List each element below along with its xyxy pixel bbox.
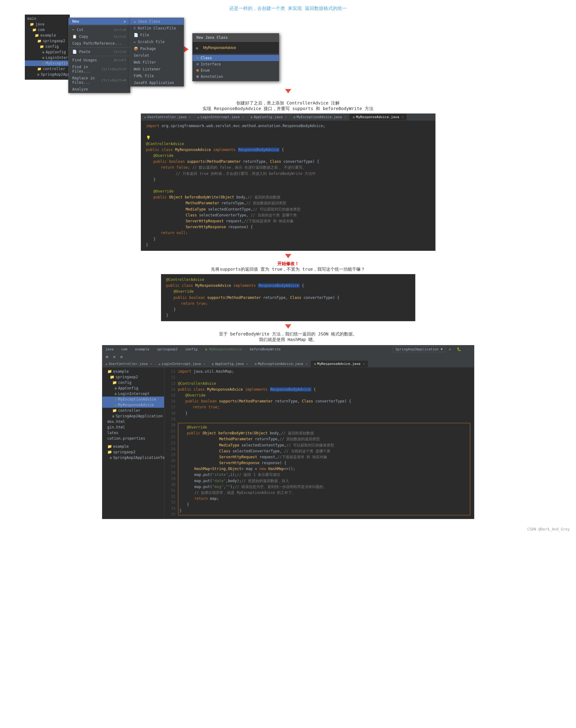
tab-close-icon[interactable]: × (242, 115, 244, 119)
sidebar-springapp-te[interactable]: ◉SpringAop2ApplicationTe (103, 455, 164, 460)
submenu-kotlinclass[interactable]: K Kotlin Class/File (130, 25, 183, 32)
submenu-javafx[interactable]: JavaFX Application (130, 80, 183, 86)
folder-icon: 📁 (107, 450, 112, 454)
submenu-new[interactable]: ☕ Java Class K Kotlin Class/File 📄 File … (129, 18, 184, 87)
sidebar-example[interactable]: 📁example (103, 369, 164, 374)
tab-myexception[interactable]: ◉ MyExceptionAdvice.java × (290, 114, 350, 120)
context-menu-findusages[interactable]: Find UsagesAlt+F7 (68, 57, 130, 64)
structure-btn[interactable]: ⊞ (105, 354, 110, 360)
sidebar-lates[interactable]: lates (103, 430, 164, 436)
code-line: public class MyResponseAdvice implements… (146, 147, 430, 153)
tab-close[interactable]: × (150, 362, 152, 366)
tab-appconfig[interactable]: ◉ AppConfig.java × (248, 114, 290, 120)
tab2-myresponse[interactable]: ◉ MyResponseAdvice.java × (311, 361, 368, 367)
context-menu-findinfiles[interactable]: Find in Files...Ctrl+Shift+F (68, 64, 130, 75)
submenu-servlet[interactable]: Servlet (130, 52, 183, 59)
debug-button[interactable]: 🐛 (455, 346, 463, 352)
option-interface[interactable]: Interface (193, 61, 279, 67)
run-button[interactable]: ▶ (447, 346, 453, 352)
format-btn[interactable]: ≡ (112, 354, 117, 360)
tab-close[interactable]: × (203, 362, 205, 366)
submenu-javaclass[interactable]: ☕ Java Class (130, 18, 183, 25)
tree-java[interactable]: 📁 java (25, 21, 70, 27)
tab-close[interactable]: × (306, 362, 307, 366)
context-menu-copypath[interactable]: Copy Path/Reference... (68, 40, 130, 47)
tree-config[interactable]: 📁 config (25, 44, 70, 49)
tab-usercontroller[interactable]: ☕ UserController.java × (141, 114, 195, 120)
annotation-line1: 创建好了之后，类上添加 ControllerAdvice 注解 (0, 100, 576, 106)
tab-close[interactable]: × (363, 362, 365, 366)
sidebar-gin[interactable]: gin.html (103, 424, 164, 430)
annotation: @ControllerAdvice (146, 142, 184, 146)
sidebar-dex[interactable]: dex.html (103, 419, 164, 424)
context-menu-paste[interactable]: 📄 PasteCtrl+V (68, 49, 130, 55)
tab-close[interactable]: × (246, 362, 248, 366)
context-menu-new[interactable]: New ▶ (68, 18, 130, 25)
tab-loginintercept[interactable]: ☕ LoginIntercept.java × (194, 114, 248, 120)
sidebar-springapp[interactable]: ◉SpringAop2Application (103, 413, 164, 419)
tree-controller[interactable]: 📁 controller (25, 66, 70, 72)
tree-springaop2[interactable]: 📁 springaop2 (25, 38, 70, 44)
submenu-arrow: ▶ (124, 19, 126, 24)
tab2-loginintercept[interactable]: ☕ LoginIntercept.java × (155, 361, 209, 367)
sidebar-loginintercept[interactable]: ◉LoginIntercept (103, 391, 164, 397)
tree-springapp[interactable]: ◉ SpringAop2Applica (25, 72, 70, 77)
sidebar-springaop2[interactable]: 📁springaop2 (103, 374, 164, 380)
run-config-dropdown[interactable]: SpringAop2Application ▼ (393, 346, 445, 352)
submenu-webfilter[interactable]: Web Filter (130, 59, 183, 66)
sidebar-config[interactable]: 📁config (103, 380, 164, 385)
interface-dot-icon (196, 63, 199, 65)
option-class[interactable]: Class (193, 55, 279, 61)
class-name-input[interactable] (200, 44, 276, 52)
option-annotation[interactable]: Annotation (193, 73, 279, 80)
tab2-appconfig[interactable]: ◉ AppConfig.java × (209, 361, 252, 367)
tab-close-icon[interactable]: × (344, 115, 346, 119)
spring-icon: ◉ (42, 50, 45, 54)
submenu-package[interactable]: 📦 Package (130, 45, 183, 52)
iface-name: ResponseBodyAdvice (270, 387, 311, 392)
submenu-file[interactable]: 📄 File (130, 32, 183, 38)
sidebar-appconfig[interactable]: ◉AppConfig (103, 385, 164, 391)
code-line-33: } (180, 502, 469, 508)
code-line-28: map.put("state",1);// 返回 1 表示重写成功 (180, 472, 469, 478)
tree-myexception[interactable]: ◉ MyExceptionAdv (25, 60, 70, 66)
sidebar-properties[interactable]: cation.properties (103, 436, 164, 441)
tree-com[interactable]: 📁 com (25, 27, 70, 33)
sidebar-myresponseadvice[interactable]: ◉MyResponseAdvice (103, 402, 164, 408)
code-line: @Override (146, 153, 430, 159)
settings-btn[interactable]: ⚙ (119, 354, 124, 360)
code-editor-1: ☕ UserController.java × ☕ LoginIntercept… (141, 114, 435, 251)
tab-icon: ◉ (255, 362, 257, 366)
code-line: ServerHttpRequest request,//下面就是请求 和 响应对… (146, 218, 430, 224)
tab-myresponse[interactable]: ◉ MyResponseAdvice.java × (350, 114, 407, 120)
context-menu[interactable]: New ▶ ✂ CutCtrl+X 📋 CopyCtrl+C Copy Path… (68, 18, 130, 93)
context-menu-replace[interactable]: Replace in Files...Ctrl+Shift+R (68, 75, 130, 86)
annotation: @Override (174, 289, 194, 294)
sidebar-myexceptionadvice[interactable]: ◉MyExceptionAdvice (103, 397, 164, 402)
context-menu-analyze[interactable]: Analyze (68, 86, 130, 93)
submenu-fxml[interactable]: FXML File (130, 72, 183, 80)
tab-close-icon[interactable]: × (285, 115, 287, 119)
submenu-scratchfile[interactable]: ✏ Scratch File (130, 38, 183, 45)
context-menu-copy[interactable]: 📋 CopyCtrl+C (68, 33, 130, 40)
tree-appconfig[interactable]: ◉ AppConfig (25, 49, 70, 55)
tab2-usercontroller[interactable]: ☕ UserController.java × (103, 361, 156, 367)
tab-close-icon[interactable]: × (189, 115, 191, 119)
spring-icon: ◉ (115, 403, 117, 407)
sidebar-example2[interactable]: 📁example (103, 444, 164, 449)
submenu-weblistener[interactable]: Web Listener (130, 66, 183, 72)
ide-topbar: java › com › example › springaop2 › conf… (103, 345, 474, 354)
option-enum[interactable]: Enum (193, 67, 279, 73)
profile-button[interactable]: ⚡ (465, 346, 471, 352)
spring-icon: ◉ (115, 386, 117, 390)
tab-close-icon[interactable]: × (402, 115, 404, 119)
tab2-myexception[interactable]: ◉ MyExceptionAdvice.java × (252, 361, 311, 367)
sidebar-controller[interactable]: 📁controller (103, 408, 164, 413)
annotation: @ControllerAdvice (166, 277, 204, 282)
code-line-31: // 如果出现异常，就是 MyExceptionAdvice 的工作了。 (180, 490, 469, 496)
tree-example[interactable]: 📁 example (25, 33, 70, 38)
tree-loginintercept[interactable]: ◉ LoginIntercept (25, 55, 70, 60)
context-menu-cut[interactable]: ✂ CutCtrl+X (68, 26, 130, 33)
sidebar-springaop2-2[interactable]: 📁springaop2 (103, 449, 164, 455)
top-annotation: 还是一样的，去创建一个类 来实现 返回数据格式的统一 (0, 0, 576, 14)
